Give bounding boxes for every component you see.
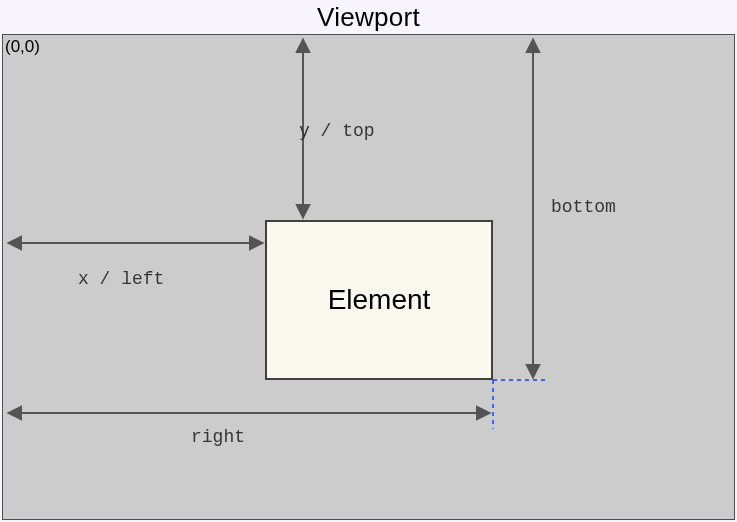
label-bottom: bottom [551, 197, 616, 217]
element-label: Element [328, 284, 431, 316]
label-x-left: x / left [78, 269, 164, 289]
label-right: right [191, 427, 245, 447]
label-y-top: y / top [299, 121, 375, 141]
origin-coord: (0,0) [5, 37, 40, 57]
element-box: Element [265, 220, 493, 380]
viewport-area: (0,0) Element y / top x / left bottom ri… [2, 34, 735, 520]
page-title: Viewport [0, 0, 737, 33]
